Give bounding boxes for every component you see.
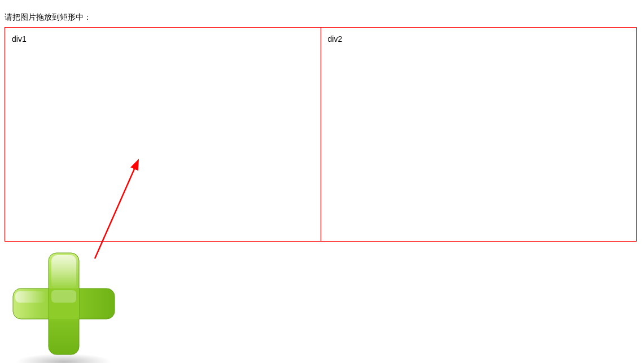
svg-rect-7 <box>51 290 76 303</box>
svg-rect-5 <box>15 291 46 303</box>
instruction-text: 请把图片拖放到矩形中： <box>5 12 639 23</box>
draggable-image-container <box>7 247 132 363</box>
drop-zone-1-label: div1 <box>12 34 27 43</box>
drop-zone-2[interactable]: div2 <box>321 28 637 241</box>
drop-zone-2-label: div2 <box>328 34 343 43</box>
plus-icon[interactable] <box>7 247 120 360</box>
drop-container: div1 div2 <box>5 27 637 242</box>
svg-rect-4 <box>51 255 76 289</box>
drop-zone-1[interactable]: div1 <box>5 28 321 241</box>
